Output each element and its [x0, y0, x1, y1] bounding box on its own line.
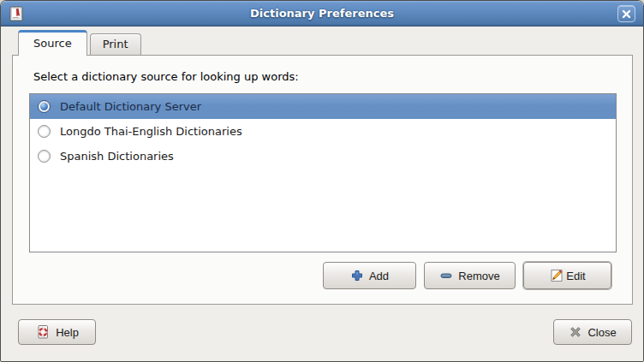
source-tab-panel: Select a dictionary source for looking u…: [12, 55, 633, 305]
window-close-button[interactable]: [617, 5, 635, 22]
remove-button[interactable]: Remove: [424, 262, 516, 289]
source-actions: Add Remove: [323, 262, 611, 289]
dictionary-source-list[interactable]: Default Dictionary Server Longdo Thai-En…: [29, 93, 617, 252]
help-icon: [35, 324, 51, 340]
edit-button[interactable]: Edit: [523, 262, 611, 289]
remove-button-label: Remove: [458, 270, 499, 282]
dialog-body: Source Print Select a dictionary source …: [1, 27, 643, 361]
list-item-spanish-dictionaries[interactable]: Spanish Dictionaries: [30, 144, 616, 169]
list-item-longdo-thai-english[interactable]: Longdo Thai-English Dictionaries: [30, 119, 616, 144]
add-button-label: Add: [369, 270, 389, 282]
tab-source-label: Source: [33, 37, 72, 50]
close-x-icon: [569, 325, 582, 339]
tab-bar: Source Print: [18, 30, 141, 55]
titlebar[interactable]: Dictionary Preferences: [1, 1, 643, 27]
radio-unselected-icon[interactable]: [38, 150, 51, 163]
edit-button-label: Edit: [566, 270, 585, 282]
edit-pencil-icon: [549, 268, 564, 283]
dictionary-preferences-window: Dictionary Preferences Source Print Sele…: [0, 0, 644, 362]
tab-source[interactable]: Source: [18, 30, 87, 56]
list-item-label: Longdo Thai-English Dictionaries: [60, 125, 242, 138]
close-button[interactable]: Close: [553, 319, 632, 345]
add-button[interactable]: Add: [323, 262, 416, 289]
dictionary-app-icon: [8, 5, 25, 22]
list-item-label: Spanish Dictionaries: [60, 150, 174, 163]
help-button[interactable]: Help: [18, 319, 96, 345]
radio-unselected-icon[interactable]: [38, 125, 51, 138]
radio-selected-icon[interactable]: [38, 100, 51, 113]
close-button-label: Close: [587, 326, 616, 339]
list-item-default-dictionary-server[interactable]: Default Dictionary Server: [30, 94, 616, 119]
instruction-label: Select a dictionary source for looking u…: [33, 70, 299, 83]
plus-icon: [350, 269, 364, 282]
help-button-label: Help: [56, 326, 79, 339]
list-item-label: Default Dictionary Server: [60, 100, 201, 113]
tab-print[interactable]: Print: [90, 33, 141, 55]
minus-icon: [439, 269, 453, 282]
tab-print-label: Print: [103, 38, 128, 50]
close-icon: [622, 9, 631, 19]
window-title: Dictionary Preferences: [1, 7, 643, 20]
